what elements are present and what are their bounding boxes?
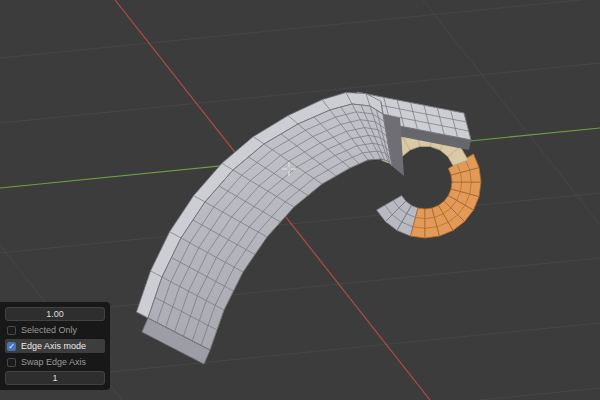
factor-slider[interactable]: 1.00 (5, 307, 105, 321)
checkbox-icon[interactable]: ✓ (7, 342, 16, 351)
count-field[interactable]: 1 (5, 371, 105, 385)
arch-band[interactable] (136, 93, 404, 364)
count-value: 1 (52, 373, 57, 383)
checkbox-icon[interactable] (7, 358, 16, 367)
option-label-selected-only: Selected Only (21, 325, 77, 335)
option-row-2[interactable]: Swap Edge Axis (5, 355, 105, 369)
option-row-0[interactable]: Selected Only (5, 323, 105, 337)
option-label-swap-edge-axis: Swap Edge Axis (21, 357, 86, 367)
blender-3d-viewport: 1.00 Selected Only ✓ Edge Axis mode Swap… (0, 0, 600, 400)
operator-redo-panel: 1.00 Selected Only ✓ Edge Axis mode Swap… (0, 302, 110, 390)
factor-value: 1.00 (46, 309, 64, 319)
option-row-1[interactable]: ✓ Edge Axis mode (5, 339, 105, 353)
checkbox-icon[interactable] (7, 326, 16, 335)
selected-faces[interactable] (411, 154, 481, 238)
mesh-object[interactable] (136, 92, 481, 364)
option-label-edge-axis-mode: Edge Axis mode (21, 341, 86, 351)
